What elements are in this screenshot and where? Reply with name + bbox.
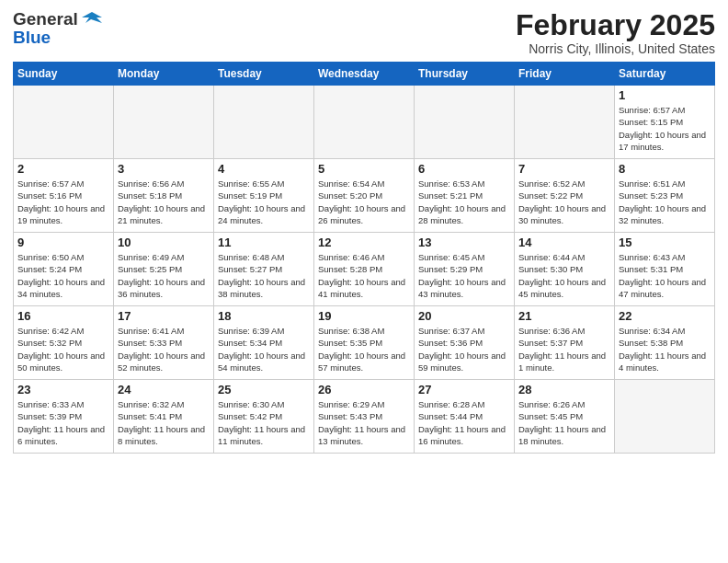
day-info: Sunrise: 6:39 AM Sunset: 5:34 PM Dayligh…: [218, 325, 310, 373]
day-info: Sunrise: 6:57 AM Sunset: 5:15 PM Dayligh…: [619, 104, 711, 153]
title-block: February 2025 Norris City, Illinois, Uni…: [516, 9, 715, 56]
day-info: Sunrise: 6:48 AM Sunset: 5:27 PM Dayligh…: [218, 251, 310, 300]
day-info: Sunrise: 6:32 AM Sunset: 5:41 PM Dayligh…: [118, 398, 210, 447]
calendar-week-row: 2Sunrise: 6:57 AM Sunset: 5:16 PM Daylig…: [14, 159, 715, 233]
logo-bird-icon: [82, 10, 102, 29]
day-number: 9: [17, 236, 109, 249]
logo-blue-text: Blue: [13, 28, 51, 48]
table-row: [214, 86, 314, 159]
day-number: 27: [418, 383, 510, 396]
day-info: Sunrise: 6:41 AM Sunset: 5:33 PM Dayligh…: [118, 325, 210, 373]
day-number: 25: [218, 383, 310, 396]
table-row: 1Sunrise: 6:57 AM Sunset: 5:15 PM Daylig…: [615, 86, 715, 159]
day-info: Sunrise: 6:52 AM Sunset: 5:22 PM Dayligh…: [518, 178, 610, 226]
table-row: 6Sunrise: 6:53 AM Sunset: 5:21 PM Daylig…: [415, 159, 515, 233]
day-info: Sunrise: 6:44 AM Sunset: 5:30 PM Dayligh…: [518, 251, 610, 300]
table-row: 14Sunrise: 6:44 AM Sunset: 5:30 PM Dayli…: [515, 233, 615, 306]
table-row: 26Sunrise: 6:29 AM Sunset: 5:43 PM Dayli…: [314, 380, 415, 454]
svg-marker-0: [82, 12, 102, 23]
day-number: 12: [318, 236, 410, 249]
day-info: Sunrise: 6:53 AM Sunset: 5:21 PM Dayligh…: [418, 178, 510, 226]
day-number: 10: [118, 236, 210, 249]
day-number: 15: [619, 236, 711, 249]
day-number: 22: [619, 309, 711, 323]
day-info: Sunrise: 6:29 AM Sunset: 5:43 PM Dayligh…: [318, 398, 410, 447]
day-number: 21: [518, 309, 610, 323]
day-number: 23: [17, 383, 109, 396]
table-row: 9Sunrise: 6:50 AM Sunset: 5:24 PM Daylig…: [14, 233, 114, 306]
table-row: [14, 86, 114, 159]
day-number: 18: [218, 309, 310, 323]
page-container: General Blue February 2025 Norris City, …: [0, 0, 728, 459]
day-info: Sunrise: 6:50 AM Sunset: 5:24 PM Dayligh…: [17, 251, 109, 300]
logo-general-text: General: [13, 9, 78, 29]
table-row: 23Sunrise: 6:33 AM Sunset: 5:39 PM Dayli…: [14, 380, 114, 454]
day-info: Sunrise: 6:57 AM Sunset: 5:16 PM Dayligh…: [17, 178, 109, 226]
day-info: Sunrise: 6:45 AM Sunset: 5:29 PM Dayligh…: [418, 251, 510, 300]
day-number: 6: [418, 162, 510, 176]
header: General Blue February 2025 Norris City, …: [13, 9, 715, 56]
col-friday: Friday: [515, 63, 615, 86]
day-info: Sunrise: 6:56 AM Sunset: 5:18 PM Dayligh…: [118, 178, 210, 226]
calendar-week-row: 1Sunrise: 6:57 AM Sunset: 5:15 PM Daylig…: [14, 86, 715, 159]
day-number: 24: [118, 383, 210, 396]
table-row: 24Sunrise: 6:32 AM Sunset: 5:41 PM Dayli…: [114, 380, 214, 454]
day-number: 7: [518, 162, 610, 176]
table-row: [415, 86, 515, 159]
table-row: 12Sunrise: 6:46 AM Sunset: 5:28 PM Dayli…: [314, 233, 415, 306]
day-info: Sunrise: 6:42 AM Sunset: 5:32 PM Dayligh…: [17, 325, 109, 373]
table-row: 7Sunrise: 6:52 AM Sunset: 5:22 PM Daylig…: [515, 159, 615, 233]
day-info: Sunrise: 6:34 AM Sunset: 5:38 PM Dayligh…: [619, 325, 711, 373]
day-number: 16: [17, 309, 109, 323]
calendar-title: February 2025: [516, 9, 715, 41]
day-info: Sunrise: 6:26 AM Sunset: 5:45 PM Dayligh…: [518, 398, 610, 447]
day-info: Sunrise: 6:49 AM Sunset: 5:25 PM Dayligh…: [118, 251, 210, 300]
table-row: 19Sunrise: 6:38 AM Sunset: 5:35 PM Dayli…: [314, 306, 415, 380]
day-info: Sunrise: 6:33 AM Sunset: 5:39 PM Dayligh…: [17, 398, 109, 447]
table-row: 3Sunrise: 6:56 AM Sunset: 5:18 PM Daylig…: [114, 159, 214, 233]
day-number: 3: [118, 162, 210, 176]
col-monday: Monday: [114, 63, 214, 86]
day-info: Sunrise: 6:55 AM Sunset: 5:19 PM Dayligh…: [218, 178, 310, 226]
calendar-subtitle: Norris City, Illinois, United States: [516, 41, 715, 56]
calendar-header-row: Sunday Monday Tuesday Wednesday Thursday…: [14, 63, 715, 86]
table-row: 18Sunrise: 6:39 AM Sunset: 5:34 PM Dayli…: [214, 306, 314, 380]
table-row: 17Sunrise: 6:41 AM Sunset: 5:33 PM Dayli…: [114, 306, 214, 380]
day-info: Sunrise: 6:38 AM Sunset: 5:35 PM Dayligh…: [318, 325, 410, 373]
table-row: 16Sunrise: 6:42 AM Sunset: 5:32 PM Dayli…: [14, 306, 114, 380]
day-number: 19: [318, 309, 410, 323]
logo: General Blue: [13, 9, 102, 48]
day-info: Sunrise: 6:37 AM Sunset: 5:36 PM Dayligh…: [418, 325, 510, 373]
calendar-week-row: 16Sunrise: 6:42 AM Sunset: 5:32 PM Dayli…: [14, 306, 715, 380]
col-sunday: Sunday: [14, 63, 114, 86]
table-row: [615, 380, 715, 454]
day-info: Sunrise: 6:36 AM Sunset: 5:37 PM Dayligh…: [518, 325, 610, 373]
col-thursday: Thursday: [415, 63, 515, 86]
table-row: 22Sunrise: 6:34 AM Sunset: 5:38 PM Dayli…: [615, 306, 715, 380]
calendar-week-row: 23Sunrise: 6:33 AM Sunset: 5:39 PM Dayli…: [14, 380, 715, 454]
day-info: Sunrise: 6:51 AM Sunset: 5:23 PM Dayligh…: [619, 178, 711, 226]
day-number: 26: [318, 383, 410, 396]
table-row: 8Sunrise: 6:51 AM Sunset: 5:23 PM Daylig…: [615, 159, 715, 233]
day-number: 11: [218, 236, 310, 249]
day-number: 1: [619, 88, 711, 102]
table-row: 25Sunrise: 6:30 AM Sunset: 5:42 PM Dayli…: [214, 380, 314, 454]
day-info: Sunrise: 6:28 AM Sunset: 5:44 PM Dayligh…: [418, 398, 510, 447]
day-number: 8: [619, 162, 711, 176]
table-row: 4Sunrise: 6:55 AM Sunset: 5:19 PM Daylig…: [214, 159, 314, 233]
table-row: 20Sunrise: 6:37 AM Sunset: 5:36 PM Dayli…: [415, 306, 515, 380]
calendar-week-row: 9Sunrise: 6:50 AM Sunset: 5:24 PM Daylig…: [14, 233, 715, 306]
col-tuesday: Tuesday: [214, 63, 314, 86]
day-number: 14: [518, 236, 610, 249]
table-row: 27Sunrise: 6:28 AM Sunset: 5:44 PM Dayli…: [415, 380, 515, 454]
table-row: 5Sunrise: 6:54 AM Sunset: 5:20 PM Daylig…: [314, 159, 415, 233]
table-row: [114, 86, 214, 159]
day-number: 17: [118, 309, 210, 323]
day-info: Sunrise: 6:46 AM Sunset: 5:28 PM Dayligh…: [318, 251, 410, 300]
table-row: 10Sunrise: 6:49 AM Sunset: 5:25 PM Dayli…: [114, 233, 214, 306]
table-row: 15Sunrise: 6:43 AM Sunset: 5:31 PM Dayli…: [615, 233, 715, 306]
day-number: 28: [518, 383, 610, 396]
day-number: 5: [318, 162, 410, 176]
table-row: [314, 86, 415, 159]
table-row: 2Sunrise: 6:57 AM Sunset: 5:16 PM Daylig…: [14, 159, 114, 233]
